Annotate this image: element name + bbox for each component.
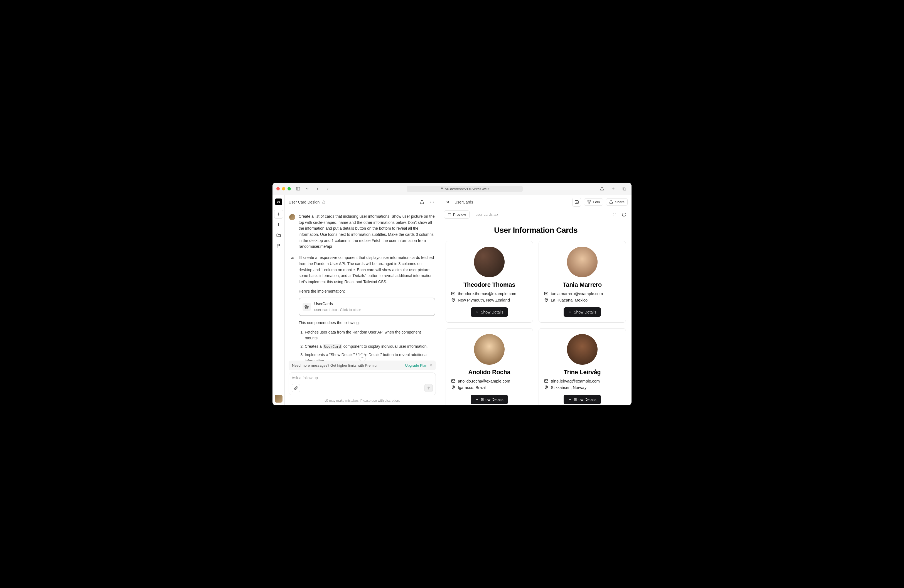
attach-button[interactable]	[292, 384, 300, 392]
export-icon[interactable]	[418, 198, 426, 206]
book-icon[interactable]	[274, 220, 283, 229]
folder-icon[interactable]	[274, 231, 283, 240]
url-field[interactable]: v0.dev/chat/ZODvbb9GwHf	[407, 186, 523, 192]
minimize-window[interactable]	[282, 187, 285, 190]
user-avatar	[567, 334, 597, 365]
upgrade-link[interactable]: Upgrade Plan	[405, 364, 428, 368]
sidebar-icon[interactable]	[295, 185, 302, 192]
fullscreen-icon[interactable]	[611, 211, 618, 218]
share-icon[interactable]	[599, 185, 605, 192]
user-location-row: Igarassu, Brazil	[451, 385, 528, 390]
preview-content: User Information Cards Theodore Thomasth…	[440, 220, 632, 405]
chat-messages: Create a list of cards that including us…	[285, 209, 440, 360]
user-avatar	[474, 334, 504, 365]
terminal-button[interactable]	[572, 198, 581, 207]
react-icon	[303, 303, 311, 311]
user-email-row: tania.marrero@example.com	[544, 291, 621, 296]
more-icon[interactable]	[428, 198, 436, 206]
user-name: Theodore Thomas	[463, 281, 515, 288]
svg-rect-9	[322, 202, 325, 204]
disclaimer: v0 may make mistakes. Please use with di…	[285, 398, 440, 405]
preview-title: UserCards	[455, 200, 473, 204]
browser-toolbar: v0.dev/chat/ZODvbb9GwHf	[272, 183, 632, 195]
user-location-row: La Huacana, Mexico	[544, 298, 621, 302]
svg-point-32	[453, 386, 454, 387]
user-avatar	[289, 214, 295, 220]
code-card[interactable]: UserCards user-cards.tsx · Click to clos…	[299, 298, 435, 316]
close-window[interactable]	[277, 187, 280, 190]
send-button[interactable]	[424, 384, 433, 392]
preview-heading: User Information Cards	[446, 226, 626, 235]
chevron-down-icon[interactable]	[305, 185, 309, 192]
input-placeholder: Ask a follow up…	[292, 376, 433, 380]
chat-header: User Card Design	[285, 195, 440, 209]
chevron-down-icon	[475, 398, 479, 401]
svg-rect-0	[296, 187, 300, 190]
chat-title: User Card Design	[289, 200, 319, 204]
user-location-row: New Plymouth, New Zealand	[451, 298, 528, 302]
user-message: Create a list of cards that including us…	[299, 213, 435, 250]
mail-icon	[451, 379, 456, 383]
user-name: Trine Leirvåg	[564, 368, 601, 376]
svg-point-30	[546, 299, 547, 300]
svg-point-11	[430, 202, 431, 202]
chevron-down-icon	[475, 310, 479, 314]
svg-point-21	[588, 201, 588, 201]
browser-window: v0.dev/chat/ZODvbb9GwHf v0	[272, 183, 632, 405]
user-name: Tania Marrero	[563, 281, 602, 288]
mail-icon	[544, 379, 548, 383]
svg-point-13	[433, 202, 434, 202]
svg-point-22	[590, 201, 591, 201]
forward-button[interactable]	[324, 185, 331, 192]
lock-icon	[440, 187, 444, 190]
tab-preview[interactable]: Preview	[444, 210, 469, 218]
pin-icon	[451, 298, 456, 302]
fork-button[interactable]: Fork	[584, 198, 603, 206]
preview-header: UserCards Fork Share	[440, 195, 632, 209]
user-name: Anolido Rocha	[468, 368, 510, 376]
pin-icon	[451, 385, 456, 390]
chat-pane: User Card Design Create a list of cards …	[285, 195, 440, 405]
svg-point-23	[589, 203, 589, 204]
refresh-icon[interactable]	[620, 211, 627, 218]
user-avatar	[474, 247, 504, 277]
user-email-row: theodore.thomas@example.com	[451, 291, 528, 296]
user-card: Tania Marrerotania.marrero@example.comLa…	[539, 241, 626, 322]
preview-tabs: Preview user-cards.tsx	[440, 209, 632, 220]
url-text: v0.dev/chat/ZODvbb9GwHf	[445, 187, 489, 191]
new-chat-button[interactable]	[274, 210, 283, 218]
new-tab-icon[interactable]	[610, 185, 616, 192]
back-button[interactable]	[314, 185, 321, 192]
flag-icon[interactable]	[274, 241, 283, 250]
url-bar: v0.dev/chat/ZODvbb9GwHf	[335, 186, 595, 192]
svg-point-28	[453, 299, 454, 300]
user-email-row: trine.leirvag@example.com	[544, 379, 621, 383]
bot-message: I'll create a responsive component that …	[299, 255, 435, 360]
svg-point-14	[307, 307, 307, 307]
show-details-button[interactable]: Show Details	[471, 395, 508, 404]
chat-input[interactable]: Ask a follow up…	[289, 373, 436, 395]
mail-icon	[544, 291, 548, 296]
tabs-icon[interactable]	[621, 185, 627, 192]
user-avatar-nav[interactable]	[275, 395, 283, 403]
user-avatar	[567, 247, 597, 277]
show-details-button[interactable]: Show Details	[564, 395, 601, 404]
svg-rect-26	[448, 213, 451, 216]
preview-pane: UserCards Fork Share Preview	[440, 195, 632, 405]
chevron-down-icon	[568, 310, 572, 314]
svg-rect-2	[441, 189, 443, 190]
user-location-row: Stikkaåsen, Norway	[544, 385, 621, 390]
collapse-button[interactable]	[359, 354, 366, 360]
share-button[interactable]: Share	[606, 198, 627, 206]
pin-icon	[544, 298, 548, 302]
user-card: Anolido Rochaanolido.rocha@example.comIg…	[446, 328, 533, 405]
maximize-window[interactable]	[288, 187, 291, 190]
show-details-button[interactable]: Show Details	[564, 307, 601, 317]
svg-point-12	[432, 202, 432, 202]
collapse-panel-icon[interactable]	[444, 198, 452, 206]
tab-file[interactable]: user-cards.tsx	[472, 210, 502, 218]
close-banner[interactable]: ✕	[430, 364, 433, 368]
lock-icon	[322, 200, 326, 204]
app-logo[interactable]: v0	[275, 199, 282, 205]
show-details-button[interactable]: Show Details	[471, 307, 508, 317]
